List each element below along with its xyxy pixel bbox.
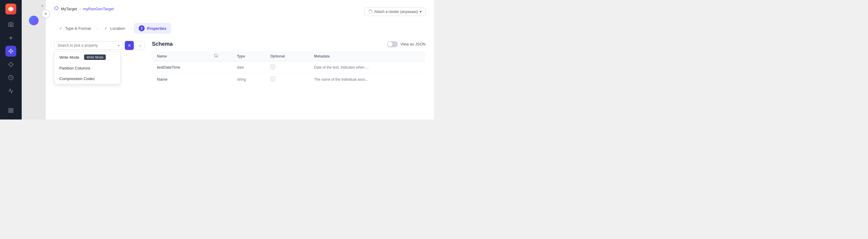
schema-row-1-name: Name xyxy=(152,73,212,86)
step-location-check-icon: ✓ xyxy=(104,26,108,31)
schema-row-0: testDateTime date Date of the test; Indi… xyxy=(152,61,426,73)
step-separator-2: › xyxy=(130,26,134,31)
dropdown-item-compression-codec-label: Compression Codec xyxy=(59,76,95,81)
svg-marker-0 xyxy=(8,7,13,12)
property-dropdown: Write Mode Write Mode Partition Columns … xyxy=(54,51,121,84)
avatar xyxy=(29,15,38,25)
step-type-format[interactable]: ✓ Type & Format xyxy=(54,24,96,33)
svg-rect-14 xyxy=(9,108,10,110)
view-json-label: View as JSON xyxy=(400,42,426,46)
svg-point-6 xyxy=(12,51,13,52)
svg-rect-16 xyxy=(9,111,10,112)
svg-point-19 xyxy=(214,54,217,57)
view-json-toggle[interactable] xyxy=(387,41,398,47)
step-properties-label: Properties xyxy=(147,26,166,31)
schema-row-1-optional-checkbox[interactable] xyxy=(270,76,275,81)
cluster-spinner-icon xyxy=(368,10,373,14)
schema-row-1-metadata: The name of the individual asso... xyxy=(309,73,426,86)
sidebar-item-camera[interactable] xyxy=(5,19,16,30)
svg-line-20 xyxy=(217,57,218,58)
write-mode-tooltip: Write Mode xyxy=(84,55,106,60)
dropdown-item-partition-columns-label: Partition Columns xyxy=(59,66,90,70)
panel-area: » ✕ xyxy=(22,0,46,120)
app-logo[interactable] xyxy=(5,4,16,14)
sidebar-item-graph[interactable] xyxy=(5,46,16,57)
main-content: MyTarget › myRanGenTarget Attach a clust… xyxy=(46,0,434,120)
step-properties[interactable]: 3 Properties xyxy=(134,23,171,34)
step-type-format-label: Type & Format xyxy=(65,26,91,31)
breadcrumb-icon xyxy=(54,6,59,11)
breadcrumb-current[interactable]: myRanGenTarget xyxy=(83,7,114,11)
breadcrumb: MyTarget › myRanGenTarget xyxy=(54,6,114,11)
svg-marker-12 xyxy=(9,62,13,67)
property-search-input[interactable] xyxy=(58,43,116,47)
content-row: ▾ ✕ ‹ Write Mode Write Mode Partition Co… xyxy=(54,41,426,86)
breadcrumb-separator: › xyxy=(79,7,81,11)
sidebar-item-diamond[interactable] xyxy=(5,59,16,70)
breadcrumb-root: MyTarget xyxy=(61,7,77,11)
schema-row-1: Name string The name of the individual a… xyxy=(152,73,426,86)
schema-panel: Schema View as JSON Name xyxy=(152,41,426,86)
schema-col-type: Type xyxy=(232,51,266,61)
collapse-panel-button[interactable]: ‹ xyxy=(135,41,145,50)
schema-table-header-row: Name Type Optional xyxy=(152,51,426,61)
sidebar xyxy=(0,0,22,120)
schema-row-0-optional-checkbox[interactable] xyxy=(270,64,275,69)
svg-point-5 xyxy=(10,49,11,50)
sidebar-item-add[interactable] xyxy=(5,33,16,43)
clear-search-button[interactable]: ✕ xyxy=(125,41,134,50)
step-location[interactable]: ✓ Location xyxy=(99,24,130,33)
schema-col-optional: Optional xyxy=(266,51,309,61)
schema-title: Schema xyxy=(152,41,383,47)
cluster-button-label: Attach a cluster (anyasaas) xyxy=(374,10,418,14)
schema-table: Name Type Optional xyxy=(152,51,426,86)
svg-point-7 xyxy=(10,53,11,53)
step-check-icon: ✓ xyxy=(59,26,63,31)
step-location-label: Location xyxy=(110,26,125,31)
schema-row-0-type: date xyxy=(232,61,266,73)
property-panel: ▾ ✕ ‹ Write Mode Write Mode Partition Co… xyxy=(54,41,145,84)
svg-point-1 xyxy=(10,24,12,26)
search-chevron-icon: ▾ xyxy=(118,44,120,47)
schema-row-1-optional[interactable] xyxy=(266,73,309,86)
dropdown-item-write-mode-label: Write Mode xyxy=(59,55,79,60)
svg-point-4 xyxy=(9,51,10,52)
sidebar-item-activity[interactable] xyxy=(5,86,16,96)
view-json-toggle-row: View as JSON xyxy=(387,41,426,47)
dropdown-item-write-mode[interactable]: Write Mode Write Mode xyxy=(55,52,120,63)
svg-rect-15 xyxy=(11,108,13,110)
schema-search-icon[interactable] xyxy=(212,51,232,61)
schema-header: Schema View as JSON xyxy=(152,41,426,47)
dropdown-item-partition-columns[interactable]: Partition Columns xyxy=(55,63,120,73)
property-search-wrap[interactable]: ▾ xyxy=(54,41,123,50)
attach-cluster-button[interactable]: Attach a cluster (anyasaas) ▾ xyxy=(364,7,426,16)
svg-rect-17 xyxy=(11,111,13,112)
property-search-row: ▾ ✕ ‹ xyxy=(54,41,145,50)
svg-marker-18 xyxy=(55,6,58,10)
schema-row-1-type: string xyxy=(232,73,266,86)
panel-chevron-icon[interactable]: » xyxy=(41,4,43,8)
step-number-badge: 3 xyxy=(138,25,145,31)
steps-nav: ✓ Type & Format › ✓ Location › 3 Propert… xyxy=(54,23,426,34)
dropdown-item-compression-codec[interactable]: Compression Codec xyxy=(55,73,120,84)
schema-col-name: Name xyxy=(152,51,212,61)
schema-row-0-optional[interactable] xyxy=(266,61,309,73)
cluster-dropdown-icon: ▾ xyxy=(420,10,422,14)
sidebar-item-clock[interactable] xyxy=(5,72,16,83)
schema-col-metadata: Metadata xyxy=(309,51,426,61)
panel-close-button[interactable]: ✕ xyxy=(41,10,50,18)
sidebar-item-layout[interactable] xyxy=(5,105,16,116)
schema-row-0-metadata: Date of the test; Indicates when ... xyxy=(309,61,426,73)
schema-row-0-name: testDateTime xyxy=(152,61,212,73)
step-separator-1: › xyxy=(96,26,99,31)
